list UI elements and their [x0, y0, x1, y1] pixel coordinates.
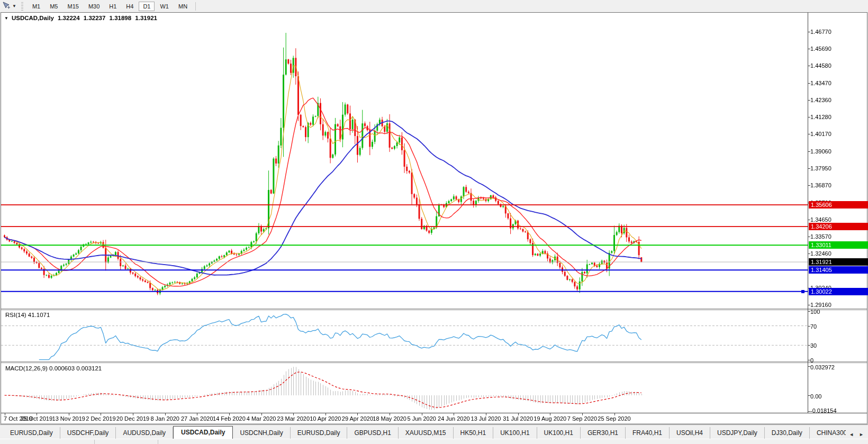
timeframe-button-m30[interactable]: M30 [84, 2, 104, 11]
price-axis-tick: 1.43470 [810, 80, 831, 86]
rsi-axis-tick: 100 [810, 309, 820, 315]
timeframe-toolbar: M1M5M15M30H1H4D1W1MN [28, 2, 192, 11]
level-price-label: 1.30022 [809, 288, 868, 295]
quote-close: 1.31921 [135, 15, 157, 21]
current-price-label: 1.31921 [809, 258, 868, 266]
chart-tab-gbpusd-h1[interactable]: GBPUSD,H1 [347, 427, 398, 439]
tab-scroll-controls: ◄ ► [846, 432, 868, 439]
macd-axis-tick: 0.032972 [810, 364, 835, 370]
date-axis-label: 10 Apr 2020 [308, 415, 343, 422]
date-axis-label: 19 Aug 2020 [532, 415, 567, 422]
chart-tab-china300-h1[interactable]: CHINA300,H1 [810, 427, 846, 439]
chevron-down-icon: ▼ [12, 4, 16, 8]
cursor-tool-button[interactable]: ▼ [0, 1, 18, 12]
date-axis-label: 25 Oct 2019 [19, 415, 54, 422]
chart-symbol: USDCAD,Daily [12, 15, 54, 21]
price-axis-tick: 1.46770 [810, 29, 831, 35]
chart-tabs: EURUSD,DailyUSDCHF,DailyAUDUSD,DailyUSDC… [0, 425, 846, 439]
chart-tab-usdcad-daily[interactable]: USDCAD,Daily [173, 426, 233, 439]
rsi-axis-tick: 30 [810, 342, 817, 349]
price-axis-tick: 1.44580 [810, 62, 831, 69]
chart-tab-usoil-h4[interactable]: USOil,H4 [670, 427, 710, 439]
date-axis-label: 20 Dec 2019 [115, 415, 150, 422]
macd-axis-tick: -0.018154 [810, 407, 837, 414]
price-axis-tick: 1.40170 [810, 131, 831, 137]
timeframe-button-m15[interactable]: M15 [63, 2, 83, 11]
status-separator [158, 440, 158, 444]
date-axis-label: 8 Jan 2020 [148, 415, 183, 422]
date-axis-label: 31 Jul 2020 [501, 415, 536, 422]
chart-tab-eurusd-daily[interactable]: EURUSD,Daily [3, 427, 60, 439]
macd-axis-tick: 0.00 [810, 393, 821, 400]
timeframe-button-mn[interactable]: MN [174, 2, 192, 11]
top-toolbar: ▼ M1M5M15M30H1H4D1W1MN [0, 0, 868, 12]
date-axis-label: 13 Jul 2020 [468, 415, 503, 422]
chart-title: ▼USDCAD,Daily 1.32224 1.32237 1.31898 1.… [4, 15, 159, 21]
macd-value-signal: 0.003121 [76, 365, 102, 371]
chart-canvas[interactable] [0, 0, 868, 444]
rsi-axis-tick: 70 [810, 323, 817, 330]
status-strip [0, 439, 868, 444]
price-axis-tick: 1.29160 [810, 302, 831, 308]
date-axis-label: 23 Mar 2020 [276, 415, 311, 422]
timeframe-button-h1[interactable]: H1 [105, 2, 121, 11]
crosshair-cursor-icon [2, 1, 11, 12]
price-axis-tick: 1.37950 [810, 165, 831, 171]
quote-low: 1.31898 [110, 15, 132, 21]
date-axis-label: 13 Nov 2019 [51, 415, 86, 422]
status-separator [94, 440, 95, 444]
macd-label: MACD(12,26,9) 0.000603 0.003121 [5, 365, 102, 371]
macd-value-main: 0.000603 [49, 365, 75, 371]
level-price-label: 1.35606 [809, 201, 868, 209]
rsi-label: RSI(14) 41.1071 [5, 312, 50, 318]
date-axis-label: 24 Jun 2020 [436, 415, 471, 422]
date-axis-label: 25 Sep 2020 [597, 415, 632, 422]
chart-tab-ger30-h1[interactable]: GER30,H1 [581, 427, 626, 439]
timeframe-button-m1[interactable]: M1 [28, 2, 44, 11]
price-axis-tick: 1.36870 [810, 182, 831, 188]
timeframe-button-m5[interactable]: M5 [46, 2, 62, 11]
timeframe-button-h4[interactable]: H4 [122, 2, 138, 11]
price-axis-tick: 1.42360 [810, 97, 831, 103]
rsi-value: 41.1071 [28, 312, 50, 318]
date-axis-label: 29 Apr 2020 [340, 415, 375, 422]
price-axis-tick: 1.41280 [810, 114, 831, 120]
level-price-label: 1.34206 [809, 223, 868, 230]
chart-tab-uk100-h1[interactable]: UK100,H1 [537, 427, 581, 439]
date-axis-label: 14 Feb 2020 [212, 415, 247, 422]
chart-tab-audusd-daily[interactable]: AUDUSD,Daily [116, 427, 173, 439]
date-axis-label: 7 Sep 2020 [565, 415, 600, 422]
level-price-label: 1.33011 [809, 241, 868, 249]
symbol-dropdown-icon[interactable]: ▼ [4, 16, 8, 21]
chart-tab-dj30-daily[interactable]: DJ30,Daily [765, 427, 810, 439]
quote-high: 1.32237 [84, 15, 106, 21]
timeframe-button-d1[interactable]: D1 [139, 2, 155, 11]
toolbar-grip[interactable] [21, 2, 23, 11]
level-price-label: 1.31405 [809, 266, 868, 274]
tab-scroll-right-icon[interactable]: ► [859, 432, 864, 437]
date-axis-label: 4 Mar 2020 [244, 415, 279, 422]
chart-tab-uk100-h1[interactable]: UK100,H1 [493, 427, 537, 439]
chart-tab-usdcnh-daily[interactable]: USDCNH,Daily [233, 427, 290, 439]
price-axis-tick: 1.45690 [810, 46, 831, 52]
date-axis-label: 27 Jan 2020 [179, 415, 214, 422]
price-axis-tick: 1.39060 [810, 148, 831, 155]
chart-tab-eurusd-daily[interactable]: EURUSD,Daily [291, 427, 348, 439]
chart-tab-usdchf-daily[interactable]: USDCHF,Daily [60, 427, 116, 439]
quote-open: 1.32224 [58, 15, 80, 21]
tab-scroll-left-icon[interactable]: ◄ [849, 432, 854, 437]
date-axis-label: 2 Dec 2019 [83, 415, 118, 422]
date-axis-label: 18 May 2020 [372, 415, 407, 422]
chart-tab-xauusd-m15[interactable]: XAUUSD,M15 [399, 427, 454, 439]
chart-tab-usdjpy-daily[interactable]: USDJPY,Daily [710, 427, 765, 439]
price-axis-tick: 1.34650 [810, 216, 831, 223]
price-axis-tick: 1.32460 [810, 250, 831, 257]
date-axis-label: 5 Jun 2020 [404, 415, 439, 422]
price-axis-tick: 1.33570 [810, 233, 831, 240]
rsi-axis-tick: 0 [810, 357, 813, 364]
toolbar-separator [195, 2, 196, 11]
chart-tabs-bar: EURUSD,DailyUSDCHF,DailyAUDUSD,DailyUSDC… [0, 424, 868, 439]
timeframe-button-w1[interactable]: W1 [156, 2, 173, 11]
chart-tab-fra40-h1[interactable]: FRA40,H1 [626, 427, 670, 439]
chart-tab-hk50-h1[interactable]: HK50,H1 [454, 427, 494, 439]
